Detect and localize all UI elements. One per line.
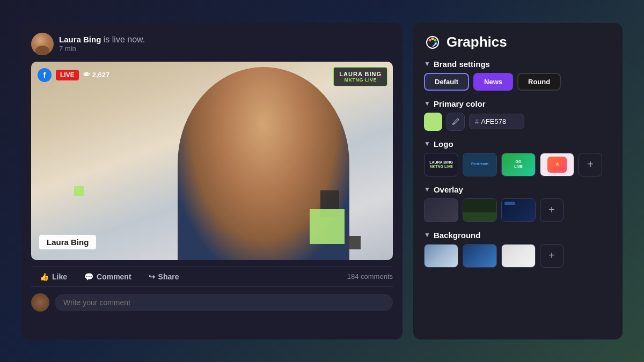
brand-settings-section: ▼ Brand settings Default News Round [424,60,612,91]
chevron-down-icon: ▼ [424,60,430,68]
logo-thumb-3[interactable]: GOLIVE [501,153,536,176]
stream-logo-overlay: LAURA BING MKTNG LIVE [333,67,387,86]
graphics-header: Graphics [424,34,612,51]
svg-point-2 [431,38,434,40]
fb-username: Laura Bing [59,35,101,44]
primary-color-section: ▼ Primary color # [424,99,612,131]
fb-status-line: Laura Bing is live now. [59,35,145,45]
logo-section: ▼ Logo LAURA BINGMKTNG LIVE Restream GOL… [424,139,612,176]
svg-point-3 [434,39,437,41]
overlay-thumb-1[interactable] [424,198,458,222]
fb-is-live-text: is live now. [104,35,145,44]
background-header[interactable]: ▼ Background [424,231,612,240]
chevron-down-icon-3: ▼ [424,140,430,147]
overlay-logo-line2: MKTNG LIVE [339,77,382,83]
logo-thumb-2[interactable]: Restream [463,153,497,176]
logo-header[interactable]: ▼ Logo [424,139,612,149]
dark-sq-small [347,236,361,249]
eyedropper-button[interactable] [447,113,465,131]
like-button[interactable]: 👍 Like [31,269,76,284]
fb-actions-bar: 👍 Like 💬 Comment ↪ Share 184 comments [31,267,393,287]
comment-button[interactable]: 💬 Comment [76,269,140,284]
hex-input[interactable] [481,117,518,125]
share-icon: ↪ [149,272,155,281]
overlay-header[interactable]: ▼ Overlay [424,185,612,194]
hex-input-wrap: # [469,114,524,129]
logo-label: Logo [434,139,453,149]
overlay-thumb-row: + [424,198,612,222]
share-label: Share [158,272,179,281]
like-label: Like [52,272,67,281]
green-sq-mid [74,186,84,196]
bg-thumb-2[interactable] [463,244,497,268]
overlay-logo-line1: LAURA BING [339,71,382,77]
svg-point-1 [429,39,431,41]
fb-video: LAURA BING MKTNG LIVE f LIVE 👁 2,627 Lau… [31,62,393,260]
brand-buttons-row: Default News Round [424,73,612,91]
viewer-count: 👁 2,627 [83,71,110,79]
graphics-title: Graphics [447,34,507,50]
name-lower-third: Laura Bing [39,235,96,249]
chevron-down-icon-2: ▼ [424,100,430,107]
add-overlay-button[interactable]: + [540,198,564,222]
color-swatch[interactable] [424,113,442,131]
brand-btn-default[interactable]: Default [424,73,469,91]
graphics-panel: Graphics ▼ Brand settings Default News R… [413,23,623,339]
bg-thumb-1[interactable] [424,244,458,268]
viewer-count-text: 2,627 [92,71,110,79]
eye-icon: 👁 [83,71,90,79]
brand-btn-news[interactable]: News [473,73,513,91]
palette-icon [424,34,441,51]
commenter-avatar [31,293,49,312]
logo-thumb-4[interactable]: ⭐ [540,153,574,176]
like-icon: 👍 [40,272,49,281]
overlay-thumb-2[interactable] [463,198,497,222]
bg-thumb-3[interactable] [501,244,536,268]
primary-color-label: Primary color [434,99,486,108]
logo-thumb-1[interactable]: LAURA BINGMKTNG LIVE [424,153,458,176]
live-badge-area: f LIVE 👁 2,627 [38,68,109,82]
live-badge: LIVE [56,70,79,80]
background-label: Background [434,231,481,240]
brand-btn-round[interactable]: Round [517,73,561,91]
add-logo-button[interactable]: + [579,153,602,176]
comment-label: Comment [97,272,131,281]
logo-thumb-row: LAURA BINGMKTNG LIVE Restream GOLIVE ⭐ + [424,153,612,176]
video-background: LAURA BING MKTNG LIVE f LIVE 👁 2,627 Lau… [31,62,393,260]
comment-input[interactable] [55,294,393,311]
avatar [31,33,54,55]
fb-time-ago: 7 min [59,45,145,53]
hash-symbol: # [475,117,479,125]
comment-area [31,293,393,312]
overlay-thumb-3[interactable] [501,198,536,222]
comment-icon: 💬 [84,272,93,281]
primary-color-header[interactable]: ▼ Primary color [424,99,612,108]
comments-count: 184 comments [347,272,393,280]
chevron-down-icon-5: ▼ [424,231,430,239]
overlay-section: ▼ Overlay + [424,185,612,222]
overlay-label: Overlay [434,185,463,194]
bg-thumb-row: + [424,244,612,268]
color-row: # [424,113,612,131]
background-section: ▼ Background + [424,231,612,268]
chevron-down-icon-4: ▼ [424,186,430,193]
main-container: Laura Bing is live now. 7 min LAURA BING [21,23,623,339]
share-button[interactable]: ↪ Share [140,269,188,284]
green-sq-large [310,209,345,244]
fb-post-header: Laura Bing is live now. 7 min [31,33,393,55]
facebook-icon: f [38,68,52,82]
fb-panel: Laura Bing is live now. 7 min LAURA BING [21,23,402,339]
add-bg-button[interactable]: + [540,244,564,268]
brand-settings-label: Brand settings [434,60,490,69]
brand-settings-header[interactable]: ▼ Brand settings [424,60,612,69]
user-info: Laura Bing is live now. 7 min [59,35,145,53]
